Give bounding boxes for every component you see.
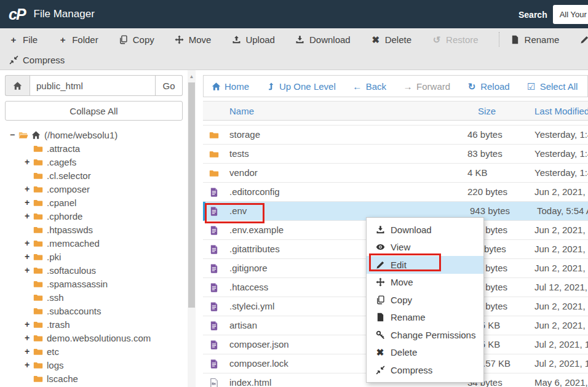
file-doc-icon (209, 321, 219, 330)
tree-item-cpanel[interactable]: +.cpanel (5, 196, 183, 209)
tree-item-lscache[interactable]: lscache (5, 372, 183, 385)
column-header-last-modified[interactable]: Last Modified (534, 106, 588, 116)
toolbar-button-rename[interactable]: Rename (511, 34, 560, 45)
tree-item-label: .pki (47, 252, 61, 262)
toolbar-button-restore: ↺Restore (432, 34, 479, 45)
tree-item-cl-selector[interactable]: .cl.selector (5, 169, 183, 182)
context-menu-item-label: Change Permissions (391, 330, 475, 340)
tree-expander-icon[interactable]: + (25, 346, 33, 356)
reload-icon: ↻ (467, 81, 477, 91)
tree-item-label: .trash (47, 319, 70, 330)
context-menu-item-move[interactable]: Move (367, 274, 483, 292)
tree-expander-icon[interactable]: + (25, 265, 33, 275)
nav-button-home[interactable]: Home (211, 81, 249, 92)
toolbar-button-move[interactable]: Move (175, 34, 212, 45)
tree-item-spamassassin[interactable]: .spamassassin (5, 277, 183, 290)
tree-expander-icon[interactable]: + (25, 252, 33, 261)
nav-button-reload[interactable]: ↻Reload (467, 81, 510, 92)
toolbar-button-upload[interactable]: Upload (231, 34, 275, 45)
table-row-editorconfig[interactable]: .editorconfig220 bytesJun 2, 2021, 2:50 … (203, 183, 588, 202)
nav-button-label: Select All (540, 81, 578, 92)
copy-icon (119, 34, 129, 44)
context-menu-item-view[interactable]: View (367, 239, 483, 257)
tree-expander-icon[interactable]: + (25, 184, 33, 194)
toolbar-button-file[interactable]: +File (9, 34, 38, 45)
tree-item-softaculous[interactable]: +.softaculous (5, 263, 183, 277)
toolbar-button-delete[interactable]: ✖Delete (371, 34, 411, 45)
tree-item-cphorde[interactable]: +.cphorde (5, 209, 183, 223)
search-label: Search (518, 10, 547, 20)
file-name: artisan (229, 320, 257, 330)
search-scope-select[interactable]: All Your Files (553, 5, 588, 24)
tree-item-trash[interactable]: +.trash (5, 317, 183, 331)
tree-expander-icon[interactable]: + (25, 360, 33, 370)
tree-item-ssh[interactable]: .ssh (5, 290, 183, 304)
tree-expander-icon[interactable]: + (25, 197, 33, 207)
collapse-all-button[interactable]: Collapse All (5, 101, 183, 121)
tree-item-label: .htpasswds (47, 225, 93, 235)
toolbar-button-copy[interactable]: Copy (119, 34, 154, 45)
tree-item-composer[interactable]: +.composer (5, 182, 183, 196)
file-size: 4 KB (467, 167, 488, 178)
tree-expander-icon[interactable]: − (10, 130, 18, 140)
tree-item-etc[interactable]: +etc (5, 345, 183, 358)
toolbar-button-label: Download (309, 34, 351, 45)
nav-button-back[interactable]: ←Back (352, 81, 386, 92)
tree-expander-icon[interactable]: + (25, 157, 33, 167)
tree-item-logs[interactable]: +logs (5, 358, 183, 372)
delete-icon: ✖ (371, 34, 381, 44)
home-icon (13, 81, 23, 90)
scroll-up-arrow-icon[interactable]: ▲ (188, 74, 196, 80)
path-input[interactable] (30, 75, 156, 96)
context-menu-item-change-permissions[interactable]: Change Permissions (367, 326, 483, 344)
tree-item-subaccounts[interactable]: .subaccounts (5, 304, 183, 317)
toolbar-button-edit[interactable]: Edit (579, 34, 588, 45)
key-icon (375, 330, 385, 340)
home-directory-button[interactable] (5, 75, 30, 96)
file-size: 83 bytes (467, 148, 503, 159)
folder-icon (33, 346, 43, 356)
folder-icon (33, 184, 43, 194)
scrollbar-thumb[interactable] (188, 82, 195, 308)
tree-expander-icon[interactable]: + (25, 238, 33, 248)
tree-item-pki[interactable]: +.pki (5, 250, 183, 263)
file-last-modified: Jun 2, 2021, 2:50 PM (534, 263, 588, 273)
tree-expander-icon[interactable]: + (25, 333, 33, 343)
file-doc-icon (209, 244, 219, 254)
context-menu-item-copy[interactable]: Copy (367, 291, 483, 309)
forward-icon: → (403, 81, 413, 91)
tree-item-memcached[interactable]: +.memcached (5, 236, 183, 250)
folder-icon (33, 211, 43, 221)
tree-item-htpasswds[interactable]: .htpasswds (5, 223, 183, 236)
table-row-vendor[interactable]: vendor4 KBYesterday, 1:46 PM (203, 164, 588, 183)
tree-expander-icon[interactable]: + (25, 319, 33, 329)
table-row-routes[interactable]: routes360 bytesYesterday, 1:46 PM (203, 121, 588, 126)
nav-button-up-one-level[interactable]: Up One Level (266, 81, 336, 92)
file-name: .gitattributes (229, 244, 280, 254)
plus-icon: + (58, 34, 68, 44)
go-button[interactable]: Go (156, 75, 183, 96)
context-menu-item-compress[interactable]: Compress (367, 361, 483, 379)
context-menu-item-rename[interactable]: Rename (367, 309, 483, 327)
toolbar-button-compress[interactable]: Compress (9, 55, 65, 65)
column-header-name[interactable]: Name (229, 106, 254, 116)
page-title: File Manager (34, 8, 95, 20)
nav-button-select-all[interactable]: ☑Select All (526, 81, 578, 92)
tree-item-attracta[interactable]: .attracta (5, 142, 183, 155)
tree-item-label: .composer (47, 184, 90, 194)
table-row-storage[interactable]: storage46 bytesYesterday, 1:46 PM (203, 126, 588, 145)
toolbar-button-download[interactable]: Download (295, 34, 351, 45)
tree-item-home-websolu1[interactable]: −(/home/websolu1) (5, 128, 183, 142)
context-menu-item-download[interactable]: Download (367, 221, 483, 239)
sidebar-scrollbar[interactable]: ▲ (188, 70, 196, 387)
table-row-tests[interactable]: tests83 bytesYesterday, 1:46 PM (203, 145, 588, 164)
html-doc-icon (209, 378, 219, 387)
folder-icon (33, 252, 43, 261)
column-header-size[interactable]: Size (478, 106, 496, 116)
tree-item-demo-websolutionus-com[interactable]: +demo.websolutionus.com (5, 331, 183, 345)
toolbar-button-folder[interactable]: +Folder (58, 34, 98, 45)
context-menu-item-delete[interactable]: ✖Delete (367, 344, 483, 362)
tree-expander-icon[interactable]: + (25, 211, 33, 221)
tree-item-cagefs[interactable]: +.cagefs (5, 155, 183, 169)
context-menu-item-edit[interactable]: Edit (367, 256, 483, 274)
